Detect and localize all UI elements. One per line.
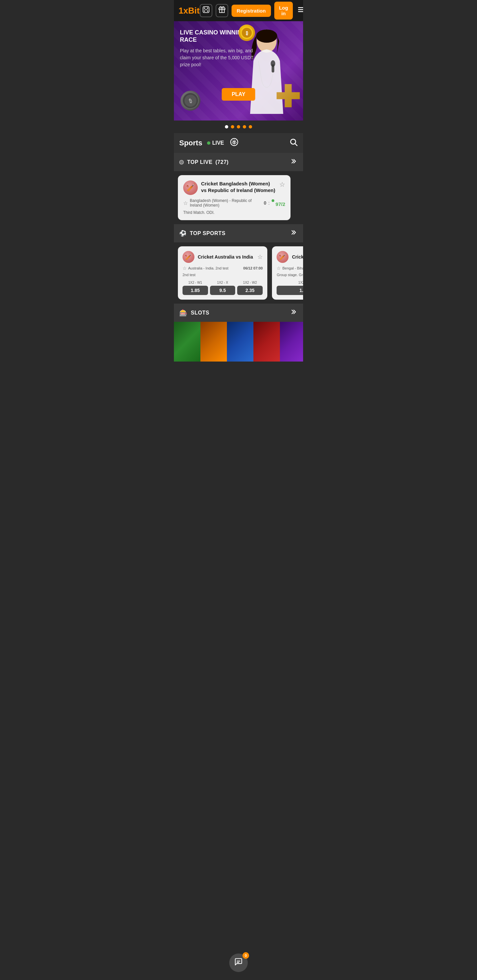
odd-btn-w2[interactable]: 1X2 - W2 2.35	[237, 281, 263, 295]
sport-card-2-stage: Group stage. Group A	[277, 273, 303, 277]
sport-card-1-favorite-button[interactable]: ☆	[257, 253, 263, 261]
svg-line-21	[295, 144, 297, 146]
svg-point-7	[207, 9, 208, 10]
live-match-card[interactable]: 🏏 Cricket Bangladesh (Women) vs Republic…	[178, 175, 290, 220]
sport-card-2-icon: 🏏	[277, 251, 289, 263]
play-button[interactable]: PLAY	[222, 88, 255, 101]
dot-5[interactable]	[249, 125, 252, 129]
cricket-sport-icon: 🏏	[183, 180, 198, 195]
slot-thumb-3[interactable]	[227, 322, 254, 361]
search-button[interactable]	[289, 138, 298, 148]
dot-4[interactable]	[243, 125, 246, 129]
sport-card-1-header: 🏏 Cricket Australia vs India ☆	[182, 251, 263, 263]
top-sports-title: TOP SPORTS	[190, 231, 284, 236]
match-teams-row: ☆ Bangladesh (Women) - Republic of Irela…	[183, 198, 285, 208]
odd-label-x: 1X2 - X	[210, 281, 236, 285]
slots-section: 🎰 SLOTS	[174, 304, 303, 322]
slot-thumb-1[interactable]	[174, 322, 200, 361]
sports-label: Sports	[179, 139, 203, 147]
chevron-right-icon-sports	[289, 229, 297, 236]
slot-thumb-5[interactable]	[280, 322, 303, 361]
banner: LIVE CASINO WINNINGS RACE Play at the be…	[174, 21, 303, 121]
banner-dots	[174, 121, 303, 133]
svg-text:₿: ₿	[246, 30, 248, 36]
filter-svg	[230, 138, 238, 146]
menu-button[interactable]	[296, 4, 303, 17]
slot-thumb-4[interactable]	[254, 322, 280, 361]
slot-thumb-2[interactable]	[200, 322, 227, 361]
odd-label-w1: 1X2 - W1	[182, 281, 208, 285]
search-icon	[289, 138, 298, 146]
top-sports-expand-button[interactable]	[288, 229, 298, 238]
svg-point-2	[207, 8, 208, 9]
slots-title: SLOTS	[191, 310, 284, 316]
sport-card-2-teams: Bengal - Bihar	[282, 266, 303, 270]
match-card-header: 🏏 Cricket Bangladesh (Women) vs Republic…	[183, 180, 285, 195]
hamburger-icon	[297, 6, 303, 14]
logo: 1xBit	[179, 6, 200, 16]
sport-card-2-odds: 1X2 - W1 1.041	[277, 281, 303, 295]
logo-x: x	[183, 6, 188, 16]
header: 1xBit Registration Log in	[174, 0, 303, 21]
odd-value-x: 9.5	[210, 286, 236, 295]
top-live-header: TOP LIVE (727)	[174, 153, 303, 171]
login-button[interactable]: Log in	[274, 2, 293, 19]
odd-btn-2-w1[interactable]: 1X2 - W1 1.041	[277, 281, 303, 295]
live-match-scroll: 🏏 Cricket Bangladesh (Women) vs Republic…	[174, 171, 303, 224]
sport-card-1-teams-row: ☆ Australia - India. 2nd test 06/12 07:0…	[182, 266, 263, 271]
svg-point-9	[256, 29, 277, 43]
odd-value-w1: 1.85	[182, 286, 208, 295]
match-title: Cricket Bangladesh (Women) vs Republic o…	[201, 180, 276, 193]
slots-expand-button[interactable]	[288, 308, 298, 317]
gift-icon-btn[interactable]	[215, 4, 228, 17]
odd-btn-x[interactable]: 1X2 - X 9.5	[210, 281, 236, 295]
odd-btn-w1[interactable]: 1X2 - W1 1.85	[182, 281, 208, 295]
match-teams-text: Bangladesh (Women) - Republic of Ireland…	[190, 198, 264, 208]
match-favorite-button[interactable]: ☆	[279, 180, 285, 188]
sport-card-1-star: ☆	[182, 266, 187, 271]
dice-icon-btn[interactable]	[200, 4, 212, 17]
sport-card-1-title: Cricket Australia vs India	[198, 254, 254, 260]
logo-bit: Bit	[188, 6, 200, 16]
odd-label-2-w1: 1X2 - W1	[277, 281, 303, 285]
filter-icon[interactable]	[230, 138, 238, 148]
score-colon: :	[268, 200, 270, 205]
match-star-icon: ☆	[183, 200, 188, 206]
top-sports-scroll: 🏏 Cricket Australia vs India ☆ ☆ Austral…	[174, 242, 303, 304]
score-area: 0 : 97/2	[264, 199, 285, 207]
sport-card-2[interactable]: 🏏 Cricket ☆ Bengal - Bihar Group stage. …	[272, 246, 303, 300]
top-live-expand-button[interactable]	[288, 158, 298, 167]
svg-point-3	[204, 11, 205, 12]
svg-point-6	[204, 9, 205, 10]
top-live-count: (727)	[215, 159, 228, 165]
logo-1: 1	[179, 6, 183, 16]
slots-icon: 🎰	[179, 309, 187, 317]
btc-coin: ₿	[238, 24, 255, 41]
top-live-title: TOP LIVE (727)	[187, 159, 284, 165]
sport-card-1-icon: 🏏	[182, 251, 195, 263]
chevron-right-icon	[289, 158, 297, 165]
top-sports-header: ⚽ TOP SPORTS	[174, 224, 303, 242]
score-right: 97/2	[276, 201, 285, 207]
score-left: 0	[264, 200, 266, 205]
svg-point-5	[205, 9, 207, 10]
chevron-right-icon-slots	[289, 308, 297, 315]
banner-description: Play at the best tables, win big, and cl…	[180, 47, 257, 68]
gift-icon	[218, 6, 226, 13]
svg-point-1	[204, 8, 205, 9]
sport-card-2-star: ☆	[277, 266, 281, 271]
odd-value-2-w1: 1.041	[277, 286, 303, 295]
odd-value-w2: 2.35	[237, 286, 263, 295]
slots-header: 🎰 SLOTS	[174, 304, 303, 322]
live-dot	[207, 142, 211, 145]
sport-card-1[interactable]: 🏏 Cricket Australia vs India ☆ ☆ Austral…	[178, 246, 267, 300]
svg-point-11	[271, 60, 275, 67]
dot-1[interactable]	[225, 125, 228, 129]
dot-2[interactable]	[231, 125, 234, 129]
dot-3[interactable]	[237, 125, 240, 129]
score-right-area: 97/2	[272, 199, 285, 207]
odd-label-w2: 1X2 - W2	[237, 281, 263, 285]
registration-button[interactable]: Registration	[231, 5, 271, 17]
header-icons: Registration Log in	[200, 2, 303, 19]
sport-card-2-header: 🏏 Cricket	[277, 251, 303, 263]
